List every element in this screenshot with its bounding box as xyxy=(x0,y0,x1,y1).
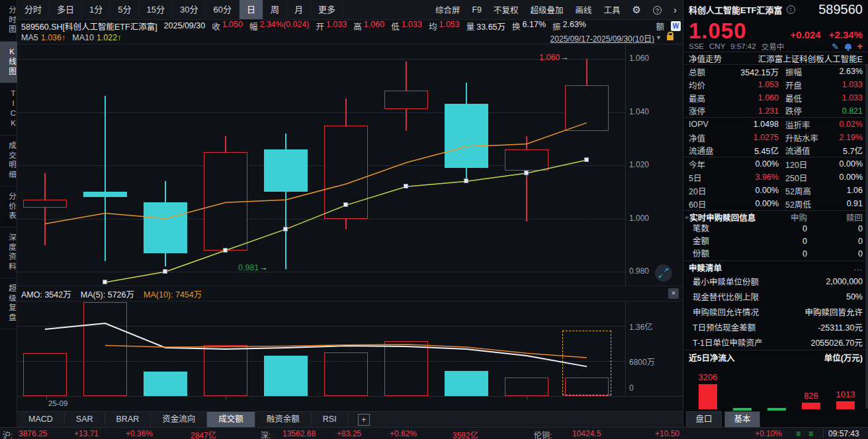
quote-field-label: 振 xyxy=(552,20,561,32)
inflow-bar-chart: 32068261013 xyxy=(683,365,868,410)
alert-bell-icon[interactable] xyxy=(845,44,851,49)
quote-date: 2025/09/30 xyxy=(164,21,206,30)
indicator-tab-成交额[interactable]: 成交额 xyxy=(207,412,255,427)
price-axis-line xyxy=(625,44,626,286)
tool-超级叠加[interactable]: 超级叠加 xyxy=(525,3,570,16)
nav-trend-label: 净值走势 xyxy=(689,52,722,65)
sidebar-item-0[interactable]: 分时图 xyxy=(0,0,17,42)
sidebar-item-5[interactable]: 深度资料 xyxy=(0,227,17,278)
gridline xyxy=(17,272,625,272)
price-annotation-1.060: 1.060→ xyxy=(539,53,569,62)
stat-value: 1.033 xyxy=(822,80,863,89)
chevron-down-icon[interactable]: ▼ xyxy=(656,34,662,41)
candle-body-09/25 xyxy=(384,91,428,109)
index-value: +0.36% xyxy=(126,429,153,438)
price-row: 1.050 +0.024 +2.34% xyxy=(683,19,868,41)
indicator-tab-BRAR[interactable]: BRAR xyxy=(105,412,152,427)
period-tab-更多[interactable]: 更多 xyxy=(311,0,343,19)
info-icon[interactable]: ! xyxy=(787,5,795,14)
inflow-bar-3 xyxy=(802,403,820,409)
tool-不复权[interactable]: 不复权 xyxy=(488,3,525,16)
panel-tab-基本[interactable]: 基本 xyxy=(724,411,760,427)
tool-综合屏[interactable]: 综合屏 xyxy=(429,3,466,16)
sidebar-item-6[interactable]: 超级复盘 xyxy=(0,278,17,329)
chevron-right-icon[interactable]: » xyxy=(685,213,689,221)
arrow-right-icon: → xyxy=(259,263,268,272)
stat-value: 3542.15万 xyxy=(727,65,779,78)
more-icon[interactable]: ... xyxy=(854,263,863,272)
period-tab-1分[interactable]: 1分 xyxy=(82,0,110,19)
tool-画线[interactable]: 画线 xyxy=(570,3,598,16)
sidebar-item-2[interactable]: TICK xyxy=(0,83,17,136)
period-tab-30分[interactable]: 30分 xyxy=(173,0,206,19)
add-icon[interactable]: + xyxy=(857,41,863,52)
period-toolbar: 分时多日1分5分15分30分60分日周月更多 综合屏F9不复权超级叠加画线工具⚙… xyxy=(17,0,683,20)
indicator-tab-融资余额[interactable]: 融资余额 xyxy=(255,412,312,427)
period-tab-15分[interactable]: 15分 xyxy=(140,0,173,19)
realtime-label: 份额 xyxy=(683,249,709,259)
chevron-right-icon[interactable]: › xyxy=(668,4,683,15)
scrollbar[interactable] xyxy=(865,65,868,409)
indicator-tab-SAR[interactable]: SAR xyxy=(65,412,105,427)
realtime-subscription-header: » 实时申购赎回信息 申购 赎回 xyxy=(683,210,868,223)
help-icon[interactable]: ? xyxy=(647,5,668,15)
indicator-tab-RSI[interactable]: RSI xyxy=(312,412,349,427)
period-tab-多日[interactable]: 多日 xyxy=(50,0,82,19)
stat-label: 流通值 xyxy=(779,144,822,157)
market-meta-row: SSE CNY 9:57:42 交易中 ✎ + xyxy=(683,41,868,52)
index-label: 伦铜: xyxy=(534,429,552,439)
stat-label: 120日 xyxy=(779,158,822,171)
period-tab-周[interactable]: 周 xyxy=(263,0,287,19)
stat-label: 20日 xyxy=(689,184,727,197)
period-tab-5分[interactable]: 5分 xyxy=(110,0,139,19)
ma10-marker xyxy=(283,227,288,231)
quote-time: 9:57:42 xyxy=(730,42,756,50)
tool-F9[interactable]: F9 xyxy=(466,5,488,15)
candle-body-09/17 xyxy=(23,200,67,208)
date-range-selector[interactable]: 2025/09/17-2025/09/30(10日) ▼ xyxy=(550,32,673,44)
index-label: 深: xyxy=(261,429,271,439)
tool-工具[interactable]: 工具 xyxy=(598,3,627,16)
candle-body-09/30 xyxy=(565,85,609,130)
panel-tabs: 盘口基本 xyxy=(683,410,868,427)
period-tab-月[interactable]: 月 xyxy=(287,0,311,19)
stat-value: 0.00% xyxy=(727,199,779,208)
realtime-label: 笔数 xyxy=(683,224,709,233)
nav-trend-row[interactable]: 净值走势 汇添富上证科创板人工智能E xyxy=(683,52,868,65)
stat-label: 最低 xyxy=(779,92,822,104)
candlestick-chart[interactable]: ↗ ↙ 1.0601.0401.0201.0000.9801.060→0.981… xyxy=(17,44,683,286)
stat-label: 涨停 xyxy=(689,104,727,117)
wp-icon[interactable]: W xyxy=(671,21,681,31)
sidebar-item-1[interactable]: K线图 xyxy=(0,42,17,83)
stat-label: 最高 xyxy=(689,92,727,104)
period-tab-60分[interactable]: 60分 xyxy=(206,0,239,19)
volume-chart[interactable]: 1.36亿6800万0 xyxy=(17,301,683,396)
sidebar-item-4[interactable]: 分价表 xyxy=(0,186,17,228)
index-label: 沪: xyxy=(3,429,13,439)
lock-icon[interactable] xyxy=(667,35,673,40)
list-title: 申赎清单 xyxy=(689,261,722,274)
stat-value: 1.060 xyxy=(727,93,779,102)
ma10-marker xyxy=(524,171,529,175)
price-change: +0.024 xyxy=(790,29,820,40)
indicator-tab-资金流向[interactable]: 资金流向 xyxy=(151,412,207,427)
panel-tab-盘口[interactable]: 盘口 xyxy=(686,411,722,427)
realtime-rows: 笔数00金额00份额00 xyxy=(683,223,868,260)
period-tab-分时[interactable]: 分时 xyxy=(17,0,50,19)
close-icon[interactable]: × xyxy=(668,288,679,299)
period-tab-日[interactable]: 日 xyxy=(239,0,263,19)
date-range-text[interactable]: 2025/09/17-2025/09/30(10日) xyxy=(550,32,654,44)
sidebar-item-3[interactable]: 成交明细 xyxy=(0,136,17,186)
quote-field-value: 1.060 xyxy=(364,20,384,32)
list-icon[interactable]: ≡ xyxy=(808,429,813,438)
gear-icon[interactable]: ⚙ xyxy=(627,4,647,16)
add-indicator-button[interactable]: + xyxy=(358,414,370,426)
list-icon[interactable]: ≡ xyxy=(796,429,801,438)
edit-icon[interactable]: ✎ xyxy=(832,42,839,52)
resize-chart-button[interactable]: ↗ ↙ xyxy=(655,264,672,282)
arrow-sw-icon: ↙ xyxy=(658,273,664,279)
indicator-tab-MACD[interactable]: MACD xyxy=(17,412,65,427)
volume-axis-line xyxy=(625,301,626,396)
volume-bar-09/25 xyxy=(384,341,428,396)
redeem-col-header: 赎回 xyxy=(846,211,863,223)
